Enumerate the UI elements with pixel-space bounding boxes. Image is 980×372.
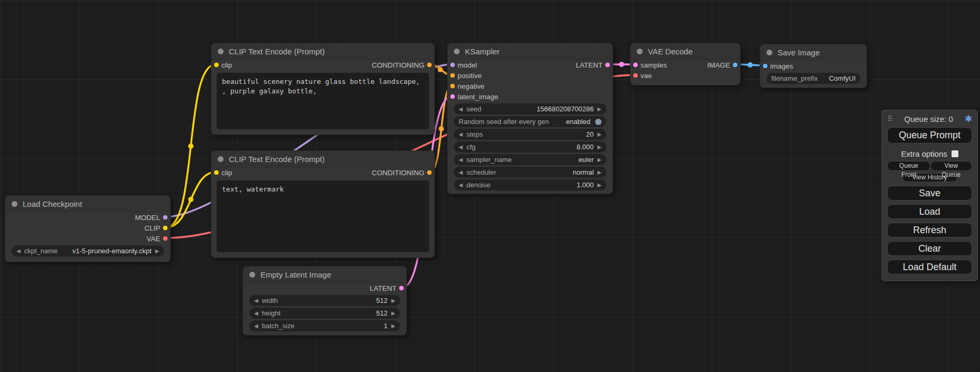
decrement-arrow-icon[interactable]: ◀ xyxy=(459,107,463,112)
node-save-image[interactable]: Save Image images filename_prefix ComfyU… xyxy=(760,44,867,88)
view-queue-button[interactable]: View Queue xyxy=(930,161,972,171)
decrement-arrow-icon[interactable]: ◀ xyxy=(459,145,463,150)
prompt-textarea[interactable]: beautiful scenery nature glass bottle la… xyxy=(217,73,429,129)
seed-widget[interactable]: ◀ seed 156680208700286 ▶ xyxy=(454,103,606,115)
slot-row: latent_image xyxy=(448,91,613,102)
decrement-arrow-icon[interactable]: ◀ xyxy=(459,183,463,188)
port-vae-output[interactable] xyxy=(162,236,168,242)
load-default-button[interactable]: Load Default xyxy=(887,260,972,274)
node-title-bar[interactable]: CLIP Text Encode (Prompt) xyxy=(211,151,434,167)
refresh-button[interactable]: Refresh xyxy=(887,223,972,237)
queue-small-buttons: Queue Front View Queue xyxy=(887,161,972,171)
widget-label: ckpt_name xyxy=(24,247,58,255)
increment-arrow-icon[interactable]: ▶ xyxy=(597,183,601,188)
denoise-widget[interactable]: ◀ denoise 1.000 ▶ xyxy=(454,179,606,190)
width-widget[interactable]: ◀ width 512 ▶ xyxy=(249,295,400,306)
drag-handle-icon[interactable]: ⠿ xyxy=(887,115,892,123)
output-label: CONDITIONING xyxy=(372,61,424,69)
port-images-input[interactable] xyxy=(762,63,768,69)
ckpt-name-widget[interactable]: ◀ ckpt_name v1-5-pruned-emaonly.ckpt ▶ xyxy=(12,245,164,256)
slot-row: positive xyxy=(448,70,613,81)
decrement-arrow-icon[interactable]: ◀ xyxy=(254,298,258,303)
widget-value: 512 xyxy=(376,297,388,304)
increment-arrow-icon[interactable]: ▶ xyxy=(391,298,395,303)
collapse-dot-icon[interactable] xyxy=(637,49,643,54)
port-negative-input[interactable] xyxy=(450,83,455,89)
sampler-name-widget[interactable]: ◀ sampler_name euler ▶ xyxy=(454,154,606,165)
port-vae-input[interactable] xyxy=(633,73,638,79)
save-button[interactable]: Save xyxy=(887,186,972,201)
port-model-output[interactable] xyxy=(162,215,168,221)
queue-prompt-button[interactable]: Queue Prompt xyxy=(887,127,972,144)
port-model-input[interactable] xyxy=(450,62,455,68)
slot-row: vae xyxy=(630,70,740,81)
increment-arrow-icon[interactable]: ▶ xyxy=(597,132,601,137)
collapse-dot-icon[interactable] xyxy=(249,272,255,278)
increment-arrow-icon[interactable]: ▶ xyxy=(597,145,601,150)
node-title-bar[interactable]: VAE Decode xyxy=(630,43,740,60)
node-clip-text-encode-positive[interactable]: CLIP Text Encode (Prompt) clip CONDITION… xyxy=(211,43,435,135)
height-widget[interactable]: ◀ height 512 ▶ xyxy=(249,308,400,319)
node-title-bar[interactable]: CLIP Text Encode (Prompt) xyxy=(211,43,434,60)
extra-options-checkbox[interactable] xyxy=(952,150,958,157)
clear-button[interactable]: Clear xyxy=(887,241,972,256)
port-latent-image-input[interactable] xyxy=(450,94,455,100)
graph-canvas[interactable]: Load Checkpoint MODEL CLIP VAE ◀ ckpt_na… xyxy=(0,0,980,372)
port-latent-output[interactable] xyxy=(605,62,610,68)
node-title-bar[interactable]: Load Checkpoint xyxy=(5,196,170,212)
input-label: negative xyxy=(458,82,484,90)
queue-size-label: Queue size: 0 xyxy=(892,115,964,123)
settings-gear-icon[interactable]: ✱ xyxy=(965,113,972,125)
decrement-arrow-icon[interactable]: ◀ xyxy=(16,249,21,254)
increment-arrow-icon[interactable]: ▶ xyxy=(155,249,159,254)
increment-arrow-icon[interactable]: ▶ xyxy=(391,323,395,329)
increment-arrow-icon[interactable]: ▶ xyxy=(391,311,395,316)
port-clip-input[interactable] xyxy=(214,62,219,68)
widget-value: 8.000 xyxy=(577,143,594,151)
increment-arrow-icon[interactable]: ▶ xyxy=(597,157,601,163)
port-clip-output[interactable] xyxy=(162,225,168,231)
node-vae-decode[interactable]: VAE Decode samples IMAGE vae xyxy=(630,43,741,85)
scheduler-widget[interactable]: ◀ scheduler normal ▶ xyxy=(454,167,606,178)
decrement-arrow-icon[interactable]: ◀ xyxy=(459,170,463,175)
queue-front-button[interactable]: Queue Front xyxy=(887,161,930,171)
node-title: Empty Latent Image xyxy=(260,270,331,279)
node-load-checkpoint[interactable]: Load Checkpoint MODEL CLIP VAE ◀ ckpt_na… xyxy=(5,195,171,262)
load-button[interactable]: Load xyxy=(887,204,972,219)
increment-arrow-icon[interactable]: ▶ xyxy=(597,107,601,112)
node-title-bar[interactable]: Empty Latent Image xyxy=(243,266,406,283)
widget-label: steps xyxy=(467,130,483,138)
port-image-output[interactable] xyxy=(732,62,738,68)
collapse-dot-icon[interactable] xyxy=(218,49,224,54)
port-conditioning-output[interactable] xyxy=(426,62,432,68)
node-clip-text-encode-negative[interactable]: CLIP Text Encode (Prompt) clip CONDITION… xyxy=(211,150,435,258)
port-clip-input[interactable] xyxy=(214,170,219,176)
output-label: IMAGE xyxy=(707,61,730,69)
batch-size-widget[interactable]: ◀ batch_size 1 ▶ xyxy=(249,320,400,331)
cfg-widget[interactable]: ◀ cfg 8.000 ▶ xyxy=(454,141,606,152)
collapse-dot-icon[interactable] xyxy=(12,201,17,207)
port-samples-input[interactable] xyxy=(633,62,638,68)
node-title-bar[interactable]: KSampler xyxy=(448,43,613,60)
port-positive-input[interactable] xyxy=(450,73,455,79)
node-title: CLIP Text Encode (Prompt) xyxy=(229,155,325,164)
random-seed-toggle[interactable]: Random seed after every gen enabled xyxy=(454,116,606,127)
decrement-arrow-icon[interactable]: ◀ xyxy=(459,132,463,137)
node-title-bar[interactable]: Save Image xyxy=(760,44,867,61)
widget-label: denoise xyxy=(467,181,491,189)
steps-widget[interactable]: ◀ steps 20 ▶ xyxy=(454,129,606,140)
decrement-arrow-icon[interactable]: ◀ xyxy=(254,323,258,329)
node-ksampler[interactable]: KSampler model LATENT positive negative … xyxy=(447,43,613,194)
decrement-arrow-icon[interactable]: ◀ xyxy=(254,311,258,316)
collapse-dot-icon[interactable] xyxy=(454,49,460,54)
collapse-dot-icon[interactable] xyxy=(218,156,224,162)
decrement-arrow-icon[interactable]: ◀ xyxy=(459,157,463,163)
increment-arrow-icon[interactable]: ▶ xyxy=(597,170,601,175)
collapse-dot-icon[interactable] xyxy=(766,50,772,55)
filename-prefix-widget[interactable]: filename_prefix ComfyUI xyxy=(766,73,860,84)
node-title: KSampler xyxy=(465,47,500,56)
port-conditioning-output[interactable] xyxy=(426,170,432,176)
prompt-textarea[interactable]: text, watermark xyxy=(217,180,429,252)
port-latent-output[interactable] xyxy=(399,285,404,291)
node-empty-latent-image[interactable]: Empty Latent Image LATENT ◀ width 512 ▶ … xyxy=(242,266,407,336)
